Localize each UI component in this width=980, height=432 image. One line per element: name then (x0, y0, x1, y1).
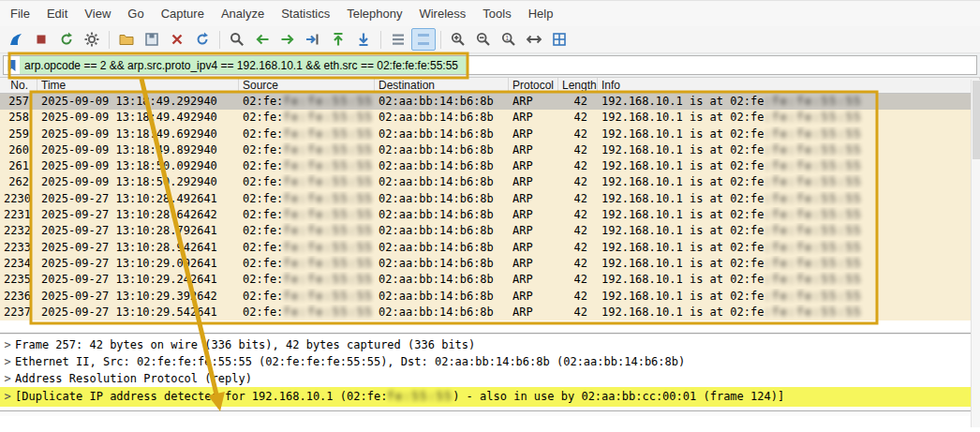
zoom-reset-button[interactable]: 1 (497, 28, 521, 51)
toolbar-separator (440, 31, 441, 49)
packet-row[interactable]: 22372025-09-27 13:10:29.54264102:fe:fe:f… (0, 305, 980, 320)
cell-src: 02:fe:fe:fe:55:55 (239, 158, 375, 174)
resize-columns-button[interactable] (522, 28, 546, 51)
cell-proto: ARP (509, 110, 558, 126)
cell-dst: 02:aa:bb:14:b6:8b (375, 289, 509, 305)
menu-item-analyze[interactable]: Analyze (213, 3, 273, 24)
go-to-packet-button[interactable] (301, 28, 325, 51)
cell-dst: 02:aa:bb:14:b6:8b (375, 158, 509, 174)
cell-dst: 02:aa:bb:14:b6:8b (375, 256, 509, 272)
auto-scroll-button[interactable] (386, 28, 410, 51)
restart-capture-button[interactable] (54, 28, 79, 51)
zoom-in-icon (450, 31, 467, 48)
stop-capture-button[interactable] (29, 28, 53, 51)
menu-item-wireless[interactable]: Wireless (410, 3, 474, 24)
packet-row[interactable]: 22302025-09-27 13:10:28.49264102:fe:fe:f… (0, 191, 980, 207)
packet-row[interactable]: 2592025-09-09 13:18:49.69294002:fe:fe:fe… (0, 127, 980, 142)
packet-row[interactable]: 2582025-09-09 13:18:49.49294002:fe:fe:fe… (0, 110, 980, 126)
cell-info: 192.168.10.1 is at 02:fe:fe:fe:55:55 (598, 191, 980, 207)
colorize-packets-button[interactable] (411, 28, 436, 51)
menu-item-edit[interactable]: Edit (38, 3, 76, 24)
duplicate-warning-suffix: ) - also in use by 02:aa:bb:cc:00:01 (fr… (453, 390, 784, 403)
filter-bookmark-icon[interactable] (4, 56, 20, 74)
packet-row[interactable]: 22322025-09-27 13:10:28.79264102:fe:fe:f… (0, 223, 980, 239)
capture-options-button[interactable] (80, 28, 104, 51)
column-header-time[interactable]: Time (37, 78, 239, 93)
restart-capture-icon (58, 31, 75, 48)
display-filter-input[interactable]: arp.opcode == 2 && arp.src.proto_ipv4 ==… (3, 55, 977, 75)
vertical-scrollbar[interactable] (971, 80, 980, 427)
packet-row[interactable]: 22352025-09-27 13:10:29.24264102:fe:fe:f… (0, 272, 980, 288)
packet-row[interactable]: 2572025-09-09 13:18:49.29294002:fe:fe:fe… (0, 94, 980, 110)
go-back-button[interactable] (250, 28, 275, 51)
reload-file-button[interactable] (190, 28, 215, 51)
packet-row[interactable]: 2602025-09-09 13:18:49.89294002:fe:fe:fe… (0, 142, 980, 158)
packet-row[interactable]: 22362025-09-27 13:10:29.39264202:fe:fe:f… (0, 289, 980, 305)
packet-row[interactable]: 2612025-09-09 13:18:50.09294002:fe:fe:fe… (0, 158, 980, 174)
redacted-info-mac: :fe:fe:55:55 (764, 273, 862, 286)
redacted-info-mac: :fe:fe:55:55 (764, 127, 862, 141)
menu-item-tools[interactable]: Tools (474, 3, 519, 24)
start-capture-button[interactable] (4, 28, 28, 51)
cell-proto: ARP (509, 289, 558, 305)
cell-len: 42 (558, 158, 598, 174)
cell-info: 192.168.10.1 is at 02:fe:fe:fe:55:55 (598, 127, 980, 142)
find-packet-button[interactable] (225, 28, 249, 51)
expander-icon[interactable]: > (0, 370, 15, 387)
expander-icon[interactable]: > (0, 336, 15, 353)
display-grid-button[interactable] (547, 28, 572, 51)
zoom-in-button[interactable] (446, 28, 470, 51)
menu-item-statistics[interactable]: Statistics (273, 3, 338, 24)
redacted-info-mac: :fe:fe:55:55 (764, 290, 862, 303)
go-last-packet-button[interactable] (351, 28, 376, 51)
redacted-info-mac: :fe:fe:55:55 (764, 224, 862, 237)
menu-item-telephony[interactable]: Telephony (338, 3, 410, 24)
expander-icon[interactable]: > (0, 387, 15, 407)
column-header-no[interactable]: No. (0, 78, 37, 93)
redacted-source-mac: fe:fe:55:55 (283, 111, 373, 124)
detail-line[interactable]: >Address Resolution Protocol (reply) (0, 370, 980, 387)
cell-info: 192.168.10.1 is at 02:fe:fe:fe:55:55 (598, 142, 980, 158)
resize-columns-icon (526, 31, 542, 48)
menu-item-go[interactable]: Go (119, 3, 152, 24)
cell-time: 2025-09-27 13:10:28.792641 (37, 223, 239, 239)
cell-dst: 02:aa:bb:14:b6:8b (375, 272, 509, 288)
cell-dst: 02:aa:bb:14:b6:8b (375, 110, 509, 126)
packet-row[interactable]: 22332025-09-27 13:10:28.94264102:fe:fe:f… (0, 240, 980, 256)
column-header-info[interactable]: Info (598, 78, 980, 93)
packet-row[interactable]: 22342025-09-27 13:10:29.09264102:fe:fe:f… (0, 256, 980, 272)
redacted-info-mac: :fe:fe:55:55 (764, 175, 862, 188)
go-first-packet-button[interactable] (326, 28, 350, 51)
save-capture-file-button[interactable] (140, 28, 164, 51)
column-header-length[interactable]: Length (558, 78, 598, 93)
cell-time: 2025-09-27 13:10:29.242641 (37, 272, 239, 288)
go-forward-button[interactable] (275, 28, 300, 51)
cell-len: 42 (558, 110, 598, 126)
column-header-destination[interactable]: Destination (375, 78, 509, 93)
scrollbar-thumb[interactable] (973, 81, 980, 159)
open-capture-file-button[interactable] (114, 28, 139, 51)
zoom-out-button[interactable] (471, 28, 496, 51)
close-capture-file-button[interactable] (165, 28, 189, 51)
duplicate-ip-warning[interactable]: >[Duplicate IP address detected for 192.… (0, 387, 971, 407)
cell-dst: 02:aa:bb:14:b6:8b (375, 223, 509, 239)
cell-info: 192.168.10.1 is at 02:fe:fe:fe:55:55 (598, 207, 980, 223)
cell-dst: 02:aa:bb:14:b6:8b (375, 142, 509, 158)
detail-line[interactable]: >Frame 257: 42 bytes on wire (336 bits),… (0, 336, 980, 353)
cell-proto: ARP (509, 272, 558, 288)
menu-item-view[interactable]: View (76, 3, 119, 24)
column-header-protocol[interactable]: Protocol (509, 78, 558, 93)
column-header-source[interactable]: Source (239, 78, 375, 93)
save-capture-file-icon (143, 31, 160, 48)
detail-text: Address Resolution Protocol (reply) (15, 372, 252, 385)
packet-row[interactable]: 2622025-09-09 13:18:50.29294002:fe:fe:fe… (0, 174, 980, 190)
menu-item-capture[interactable]: Capture (153, 3, 213, 24)
redacted-source-mac: fe:fe:55:55 (283, 290, 373, 303)
expander-icon[interactable]: > (0, 353, 15, 370)
cell-proto: ARP (509, 158, 558, 174)
packet-row[interactable]: 22312025-09-27 13:10:28.64264202:fe:fe:f… (0, 207, 980, 223)
menu-item-help[interactable]: Help (520, 3, 562, 24)
cell-proto: ARP (509, 142, 558, 158)
menu-item-file[interactable]: File (2, 3, 38, 24)
detail-line[interactable]: >Ethernet II, Src: 02:fe:fe:fe:55:55 (02… (0, 353, 980, 370)
